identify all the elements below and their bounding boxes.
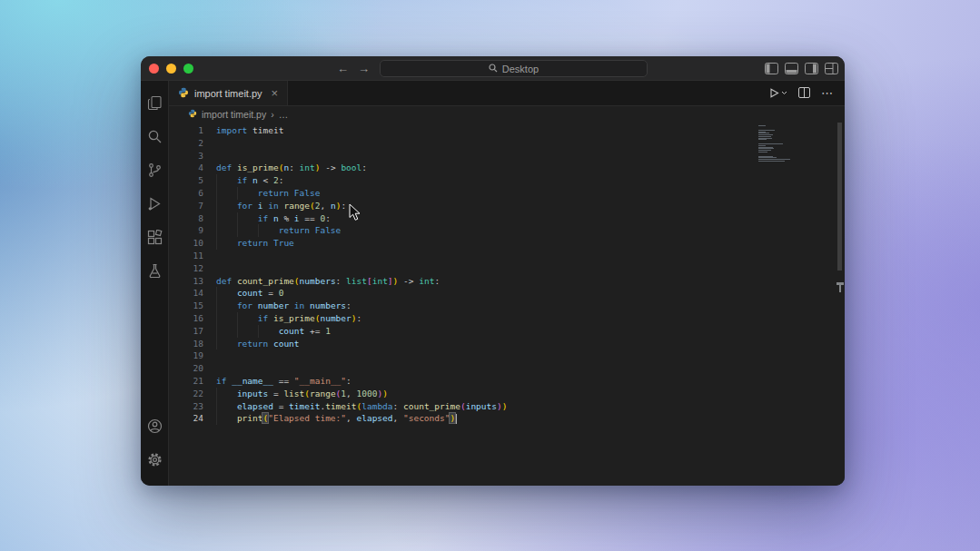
traffic-lights — [149, 64, 193, 74]
line-number: 19 — [169, 349, 203, 362]
line-number: 12 — [169, 262, 203, 275]
run-python-file-button[interactable] — [769, 88, 787, 98]
code-lines: 1import timeit234def is_prime(n: int) ->… — [169, 124, 845, 425]
line-number: 6 — [169, 187, 203, 200]
overview-ruler-marker — [836, 282, 844, 285]
toggle-secondary-sidebar-icon[interactable] — [805, 63, 818, 74]
tab-close-icon[interactable]: × — [272, 87, 279, 99]
editor-more-actions-icon[interactable]: ⋯ — [821, 86, 834, 100]
line-number: 7 — [169, 200, 203, 212]
settings-gear-icon[interactable] — [141, 443, 169, 477]
back-button[interactable]: ← — [337, 62, 349, 75]
code-line: 20 — [169, 362, 845, 375]
breadcrumb[interactable]: import timeit.py › … — [169, 106, 845, 123]
account-icon[interactable] — [141, 409, 169, 443]
line-number: 23 — [169, 400, 203, 413]
customize-layout-icon[interactable] — [825, 63, 838, 74]
line-number: 11 — [169, 250, 203, 262]
code-line: 4def is_prime(n: int) -> bool: — [169, 162, 845, 174]
minimap[interactable] — [758, 125, 801, 162]
indent-guide — [237, 325, 258, 338]
code-line: 17count += 1 — [169, 325, 845, 338]
code-line: 13def count_prime(numbers: list[int]) ->… — [169, 275, 845, 288]
line-number: 10 — [169, 237, 203, 250]
code-line: 6return False — [169, 187, 845, 200]
testing-icon[interactable] — [141, 254, 169, 288]
code-line: 2 — [169, 137, 845, 150]
line-number: 5 — [169, 174, 203, 187]
split-editor-icon[interactable] — [798, 85, 810, 102]
forward-button[interactable]: → — [358, 62, 370, 75]
indent-guide — [258, 325, 279, 338]
close-window-button[interactable] — [149, 64, 159, 74]
indent-guide — [237, 212, 258, 225]
line-number: 21 — [169, 375, 203, 388]
tab-import-timeit[interactable]: import timeit.py × — [169, 81, 288, 105]
indent-guide — [216, 200, 237, 212]
breadcrumb-file[interactable]: import timeit.py — [202, 109, 266, 120]
search-text: Desktop — [502, 64, 539, 74]
indent-guide — [216, 388, 237, 400]
code-line: 7for i in range(2, n): — [169, 200, 845, 212]
breadcrumb-symbol-more[interactable]: … — [279, 109, 289, 120]
indent-guide — [216, 338, 237, 350]
search-view-icon[interactable] — [141, 120, 169, 153]
code-line: 15for number in numbers: — [169, 300, 845, 312]
indent-guide — [216, 412, 237, 425]
code-line: 16if is_prime(number): — [169, 312, 845, 325]
zoom-window-button[interactable] — [183, 64, 193, 74]
code-line: 10return True — [169, 237, 845, 250]
breadcrumb-separator: › — [271, 109, 274, 120]
window-titlebar[interactable]: ← → Desktop — [141, 56, 845, 81]
line-number: 8 — [169, 212, 203, 225]
indent-guide — [216, 237, 237, 250]
line-number: 15 — [169, 300, 203, 312]
line-number: 14 — [169, 287, 203, 300]
indent-guide — [216, 400, 237, 413]
indent-guide — [237, 187, 258, 200]
code-line: 19 — [169, 349, 845, 362]
activity-bar — [141, 81, 169, 486]
code-line: 5if n < 2: — [169, 174, 845, 187]
line-number: 1 — [169, 124, 203, 137]
indent-guide — [216, 174, 237, 187]
minimize-window-button[interactable] — [166, 64, 176, 74]
indent-guide — [237, 224, 258, 237]
line-number: 9 — [169, 224, 203, 237]
code-line: 9return False — [169, 224, 845, 237]
line-number: 13 — [169, 275, 203, 288]
code-line: 24print("Elapsed time:", elapsed, "secon… — [169, 412, 845, 425]
line-number: 2 — [169, 137, 203, 150]
indent-guide — [216, 224, 237, 237]
search-icon — [489, 64, 498, 74]
code-line: 18return count — [169, 338, 845, 350]
indent-guide — [216, 325, 237, 338]
code-line: 21if __name__ == "__main__": — [169, 375, 845, 388]
run-debug-icon[interactable] — [141, 187, 169, 221]
editor-scrollbar[interactable] — [837, 123, 842, 271]
toggle-primary-sidebar-icon[interactable] — [765, 63, 778, 74]
source-control-icon[interactable] — [141, 153, 169, 187]
indent-guide — [258, 224, 279, 237]
vscode-window: ← → Desktop — [141, 56, 845, 486]
desktop-wallpaper: ← → Desktop — [0, 0, 980, 551]
indent-guide — [237, 312, 258, 325]
line-number: 3 — [169, 150, 203, 162]
code-line: 14count = 0 — [169, 287, 845, 300]
code-editor[interactable]: 1import timeit234def is_prime(n: int) ->… — [169, 123, 845, 486]
explorer-icon[interactable] — [141, 86, 169, 120]
toggle-panel-icon[interactable] — [785, 63, 798, 74]
text-cursor — [456, 414, 457, 424]
indent-guide — [216, 287, 237, 300]
line-number: 22 — [169, 388, 203, 400]
line-number: 20 — [169, 362, 203, 375]
indent-guide — [216, 187, 237, 200]
line-number: 16 — [169, 312, 203, 325]
tab-bar: import timeit.py × ⋯ — [169, 81, 845, 106]
command-center-search[interactable]: Desktop — [380, 60, 648, 77]
line-number: 18 — [169, 338, 203, 350]
python-file-icon — [178, 87, 189, 100]
code-line: 22inputs = list(range(1, 1000)) — [169, 388, 845, 400]
extensions-icon[interactable] — [141, 221, 169, 254]
code-line: 1import timeit — [169, 124, 845, 137]
